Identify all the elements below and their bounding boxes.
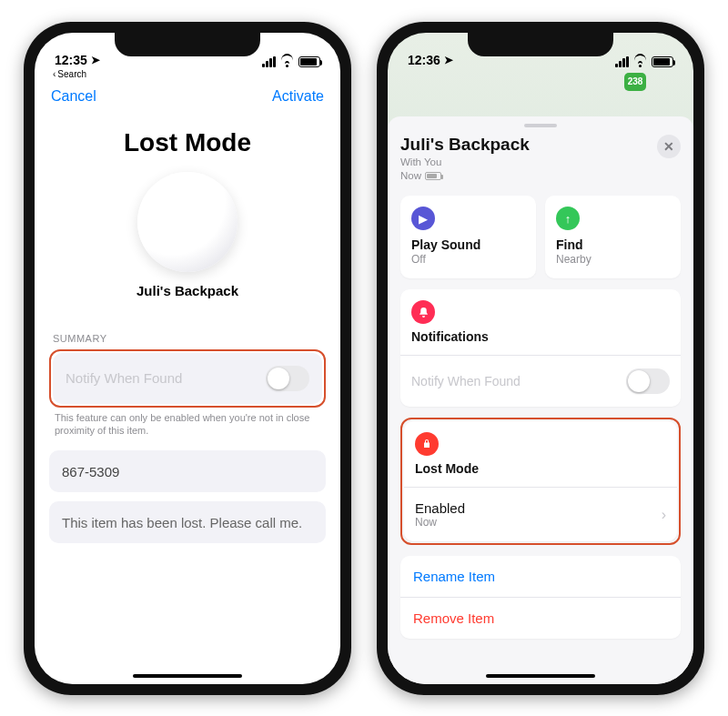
notify-when-found-row: Notify When Found	[400, 355, 681, 407]
cellular-signal-icon	[615, 56, 629, 67]
status-time: 12:36	[408, 53, 440, 67]
status-bar: 12:36 ➤	[388, 33, 693, 69]
lost-mode-title: Lost Mode	[415, 461, 666, 476]
map-background[interactable]: 238	[388, 69, 693, 109]
notify-highlight: Notify When Found	[49, 349, 326, 408]
route-badge: 238	[624, 73, 646, 91]
find-tile[interactable]: ↑ Find Nearby	[545, 196, 681, 278]
cellular-signal-icon	[262, 56, 276, 67]
phone-number-field[interactable]: 867-5309	[49, 450, 326, 492]
summary-label: SUMMARY	[53, 333, 322, 344]
home-indicator[interactable]	[133, 674, 242, 678]
find-title: Find	[556, 237, 670, 252]
notify-label: Notify When Found	[66, 370, 182, 386]
arrow-up-icon: ↑	[556, 207, 580, 230]
play-sound-tile[interactable]: ▶ Play Sound Off	[400, 196, 536, 278]
wifi-icon	[633, 56, 647, 67]
back-to-search[interactable]: ‹ Search	[35, 69, 340, 85]
item-name: Juli's Backpack	[49, 283, 326, 298]
iphone-frame-left: 12:35 ➤ ‹ Search Cancel Activate Lost Mo…	[24, 22, 351, 695]
cancel-button[interactable]: Cancel	[51, 88, 96, 105]
home-indicator[interactable]	[486, 674, 595, 678]
item-actions-card: Rename Item Remove Item	[400, 556, 681, 639]
battery-mini-icon	[425, 172, 441, 180]
notify-footnote: This feature can only be enabled when yo…	[55, 411, 320, 439]
battery-icon	[298, 56, 320, 67]
lost-message-field[interactable]: This item has been lost. Please call me.	[49, 501, 326, 543]
message-value: This item has been lost. Please call me.	[62, 515, 302, 530]
sheet-title: Juli's Backpack	[400, 135, 530, 155]
find-sub: Nearby	[556, 253, 670, 266]
location-arrow-icon: ➤	[91, 54, 100, 66]
play-sound-title: Play Sound	[411, 237, 525, 252]
close-icon: ✕	[663, 139, 674, 154]
battery-icon	[652, 56, 673, 67]
lost-mode-status-sub: Now	[415, 516, 662, 529]
wifi-icon	[280, 56, 294, 67]
activate-button[interactable]: Activate	[272, 88, 324, 105]
notify-when-found-row: Notify When Found	[53, 353, 322, 404]
airtag-image	[137, 172, 238, 272]
notify-row-label: Notify When Found	[411, 374, 521, 388]
phone-value: 867-5309	[62, 464, 119, 479]
rename-item-button[interactable]: Rename Item	[400, 556, 681, 597]
chevron-right-icon: ›	[662, 507, 666, 523]
lost-mode-status: Enabled	[415, 500, 662, 516]
lock-icon	[415, 432, 439, 456]
page-title: Lost Mode	[49, 128, 326, 157]
notify-toggle[interactable]	[626, 368, 670, 394]
play-sound-sub: Off	[411, 253, 525, 266]
sheet-time: Now	[400, 169, 421, 183]
lost-mode-card: Lost Mode Enabled Now ›	[404, 421, 677, 541]
sheet-grabber[interactable]	[524, 124, 557, 127]
close-sheet-button[interactable]: ✕	[657, 135, 681, 158]
sheet-location: With You	[400, 156, 441, 169]
back-label: Search	[57, 69, 86, 79]
play-icon: ▶	[411, 207, 435, 230]
location-arrow-icon: ➤	[444, 54, 453, 66]
status-time: 12:35	[55, 53, 87, 67]
remove-item-button[interactable]: Remove Item	[400, 597, 681, 639]
chevron-left-icon: ‹	[53, 69, 56, 79]
item-sheet[interactable]: Juli's Backpack With You Now ✕ ▶ Play	[388, 116, 693, 684]
lost-mode-status-row[interactable]: Enabled Now ›	[404, 487, 677, 541]
notify-toggle[interactable]	[266, 366, 309, 391]
bell-icon	[411, 300, 435, 324]
iphone-frame-right: 12:36 ➤ 238 Juli's Backpack With You	[377, 22, 704, 695]
notifications-title: Notifications	[411, 329, 670, 344]
status-bar: 12:35 ➤	[35, 33, 340, 69]
notifications-card: Notifications Notify When Found	[400, 289, 681, 407]
lost-mode-highlight: Lost Mode Enabled Now ›	[400, 418, 681, 545]
